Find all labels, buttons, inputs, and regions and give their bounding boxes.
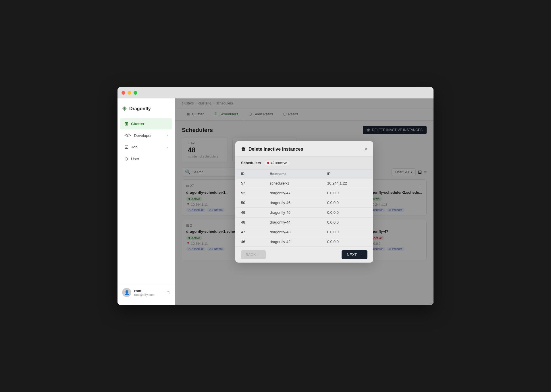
row-ip: 0.0.0.0 xyxy=(327,240,367,244)
modal-footer: BACK ← NEXT → xyxy=(235,247,373,263)
sidebar: ✳ Dragonfly ⊞ Cluster </> Developer › ☑ … xyxy=(117,98,175,305)
row-ip: 0.0.0.0 xyxy=(327,220,367,224)
next-arrow-icon: → xyxy=(359,253,362,257)
row-hostname: scheduler-1 xyxy=(270,181,327,185)
user-profile[interactable]: 👤 root root@d7y.com ⇅ xyxy=(117,284,175,300)
user-email: root@d7y.com xyxy=(134,293,164,296)
row-id: 47 xyxy=(241,230,270,234)
next-button[interactable]: NEXT → xyxy=(342,250,367,259)
titlebar xyxy=(117,87,434,98)
maximize-btn[interactable] xyxy=(134,91,137,95)
sidebar-item-developer-label: Developer xyxy=(134,133,152,138)
logo: ✳ Dragonfly xyxy=(117,103,175,118)
row-hostname: dragonfly-43 xyxy=(270,230,327,234)
row-ip: 0.0.0.0 xyxy=(327,230,367,234)
table-row: 46 dragonfly-42 0.0.0.0 xyxy=(235,237,373,247)
main-content: clusters • cluster-1 • schedulers ⊞ Clus… xyxy=(175,98,434,305)
sidebar-item-job[interactable]: ☑ Job › xyxy=(120,141,172,153)
row-hostname: dragonfly-46 xyxy=(270,201,327,205)
row-hostname: dragonfly-47 xyxy=(270,191,327,195)
modal-header: 🗑 Delete inactive instances × xyxy=(235,141,373,157)
row-ip: 0.0.0.0 xyxy=(327,191,367,195)
back-button[interactable]: BACK ← xyxy=(241,250,266,259)
sidebar-item-developer[interactable]: </> Developer › xyxy=(120,130,172,141)
row-id: 52 xyxy=(241,191,270,195)
cluster-icon: ⊞ xyxy=(124,121,128,127)
user-icon: ⊙ xyxy=(124,156,128,162)
modal-section-label: Schedulers xyxy=(241,161,261,165)
table-row: 57 scheduler-1 10.244.1.22 xyxy=(235,178,373,188)
sidebar-item-user[interactable]: ⊙ User xyxy=(120,153,172,164)
col-hostname-header: Hostname xyxy=(270,172,327,176)
red-dot-icon xyxy=(267,162,269,164)
modal-table-header: ID Hostname IP xyxy=(235,170,373,178)
row-ip: 10.244.1.22 xyxy=(327,181,367,185)
modal-title: 🗑 Delete inactive instances xyxy=(241,147,303,152)
modal-subheader: Schedulers 42 inactive xyxy=(235,157,373,170)
close-btn[interactable] xyxy=(122,91,125,95)
row-id: 50 xyxy=(241,201,270,205)
avatar: 👤 xyxy=(122,288,131,297)
row-ip: 0.0.0.0 xyxy=(327,210,367,215)
sidebar-item-cluster[interactable]: ⊞ Cluster xyxy=(120,118,172,129)
row-ip: 0.0.0.0 xyxy=(327,201,367,205)
sidebar-item-user-label: User xyxy=(131,157,139,161)
job-icon: ☑ xyxy=(124,144,128,150)
logo-icon: ✳ xyxy=(122,105,127,112)
user-arrows-icon[interactable]: ⇅ xyxy=(167,290,170,294)
row-id: 48 xyxy=(241,220,270,224)
back-arrow-icon: ← xyxy=(257,253,261,257)
job-arrow-icon: › xyxy=(167,145,168,149)
table-row: 52 dragonfly-47 0.0.0.0 xyxy=(235,188,373,198)
developer-arrow-icon: › xyxy=(167,133,168,137)
col-ip-header: IP xyxy=(327,172,367,176)
row-hostname: dragonfly-45 xyxy=(270,210,327,215)
table-row: 50 dragonfly-46 0.0.0.0 xyxy=(235,198,373,208)
row-hostname: dragonfly-42 xyxy=(270,240,327,244)
modal-close-button[interactable]: × xyxy=(364,146,367,152)
row-id: 46 xyxy=(241,240,270,244)
table-row: 47 dragonfly-43 0.0.0.0 xyxy=(235,227,373,237)
delete-modal: 🗑 Delete inactive instances × Schedulers… xyxy=(235,141,373,263)
row-id: 49 xyxy=(241,210,270,215)
trash-modal-icon: 🗑 xyxy=(241,147,246,152)
modal-table-body: 57 scheduler-1 10.244.1.22 52 dragonfly-… xyxy=(235,178,373,247)
table-row: 49 dragonfly-45 0.0.0.0 xyxy=(235,208,373,218)
inactive-count-badge: 42 inactive xyxy=(264,160,290,166)
modal-overlay: 🗑 Delete inactive instances × Schedulers… xyxy=(175,98,434,305)
row-id: 57 xyxy=(241,181,270,185)
minimize-btn[interactable] xyxy=(128,91,131,95)
sidebar-item-cluster-label: Cluster xyxy=(131,122,145,126)
user-name: root xyxy=(134,289,164,293)
developer-icon: </> xyxy=(124,133,131,138)
col-id-header: ID xyxy=(241,172,270,176)
sidebar-item-job-label: Job xyxy=(131,145,138,149)
logo-text: Dragonfly xyxy=(129,106,151,111)
table-row: 48 dragonfly-44 0.0.0.0 xyxy=(235,218,373,227)
row-hostname: dragonfly-44 xyxy=(270,220,327,224)
user-info: root root@d7y.com xyxy=(134,289,164,296)
